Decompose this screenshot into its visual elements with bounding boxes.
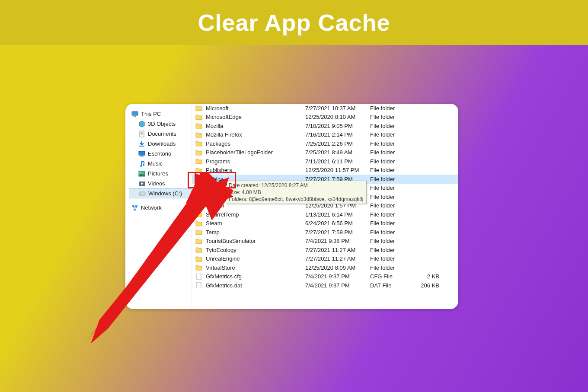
sidebar-item-this-pc[interactable]: This PC	[129, 109, 192, 119]
svg-rect-15	[132, 205, 134, 207]
desktop-icon	[138, 150, 145, 157]
file-row[interactable]: SquirrelTemp1/13/2021 6:14 PMFile folder	[192, 210, 458, 219]
sidebar-item-label: Music	[148, 160, 163, 167]
sidebar-item-3d-objects[interactable]: 3D Objects	[129, 119, 192, 129]
file-type: File folder	[370, 185, 413, 191]
sidebar-item-pictures[interactable]: Pictures	[129, 169, 192, 178]
file-type: File folder	[370, 202, 413, 209]
file-date: 7/25/2021 2:26 PM	[305, 140, 370, 147]
file-date: 12/25/2020 8:10 AM	[305, 114, 370, 120]
folder-icon	[195, 114, 202, 120]
file-type: File folder	[370, 158, 413, 165]
file-name: Publishers	[206, 167, 305, 173]
file-name: UnrealEngine	[206, 255, 305, 262]
file-name: PlaceholderTileLogoFolder	[206, 149, 305, 156]
file-icon	[195, 282, 202, 288]
folder-icon	[195, 150, 202, 156]
file-date: 7/27/2021 11:27 AM	[305, 255, 370, 262]
file-type: File folder	[370, 211, 413, 218]
file-type: File folder	[370, 105, 413, 112]
file-date: 7/4/2021 9:37 PM	[305, 273, 370, 280]
tooltip-line: Size: 4.00 MB	[229, 189, 364, 196]
file-row[interactable]: Mozilla7/10/2021 9:05 PMFile folder	[192, 121, 458, 131]
sidebar-item-network[interactable]: Network	[129, 203, 192, 213]
file-name: GfxMetrics.cfg	[206, 273, 305, 280]
sidebar-item-documents[interactable]: Documents	[129, 129, 192, 139]
network-icon	[131, 204, 138, 211]
pc-icon	[131, 111, 138, 118]
sidebar-item-downloads[interactable]: Downloads	[129, 139, 192, 149]
file-row[interactable]: TouristBusSimulator7/4/2021 9:38 PMFile …	[192, 237, 458, 246]
nav-sidebar: This PC3D ObjectsDocumentsDownloadsEscri…	[125, 104, 192, 309]
file-row[interactable]: Packages7/25/2021 2:26 PMFile folder	[192, 139, 458, 148]
sidebar-item-escritorio[interactable]: Escritorio	[129, 149, 192, 159]
folder-icon	[195, 132, 202, 138]
folder-icon	[195, 123, 202, 129]
folder-icon	[195, 256, 202, 262]
file-type: DAT File	[370, 282, 413, 289]
file-row[interactable]: Publishers12/25/2020 11:57 PMFile folder	[192, 166, 458, 175]
file-type: File folder	[370, 255, 413, 262]
file-date: 7/27/2021 11:27 AM	[305, 247, 370, 253]
file-type: File folder	[370, 149, 413, 156]
file-type: File folder	[370, 176, 413, 182]
folder-icon	[195, 194, 202, 200]
file-date: 6/24/2021 6:56 PM	[305, 220, 370, 226]
file-name: TytoEcology	[206, 247, 305, 253]
svg-rect-7	[139, 151, 145, 155]
file-row[interactable]: Programs7/11/2021 6:11 PMFile folder	[192, 157, 458, 166]
file-row[interactable]: VirtualStore12/25/2020 8:09 AMFile folde…	[192, 263, 458, 272]
file-date: 7/4/2021 9:37 PM	[305, 282, 370, 289]
file-row[interactable]: GfxMetrics.dat7/4/2021 9:37 PMDAT File20…	[192, 281, 458, 290]
file-name: TouristBusSimulator	[206, 238, 305, 244]
file-row[interactable]: Mozilla Firefox7/16/2021 2:14 PMFile fol…	[192, 131, 458, 140]
sidebar-item-music[interactable]: Music	[129, 159, 192, 169]
svg-rect-1	[134, 116, 136, 117]
file-row[interactable]: UnrealEngine7/27/2021 11:27 AMFile folde…	[192, 255, 458, 264]
file-name: GfxMetrics.dat	[206, 282, 305, 289]
file-date: 7/11/2021 6:11 PM	[305, 158, 370, 165]
file-row[interactable]: Steam6/24/2021 6:56 PMFile folder	[192, 219, 458, 228]
sidebar-item-windows-c-[interactable]: Windows (C:)	[129, 188, 192, 198]
file-row[interactable]: Temp7/27/2021 7:59 PMFile folder	[192, 228, 458, 237]
file-name: Mozilla	[206, 123, 305, 129]
file-date: 1/13/2021 6:14 PM	[305, 211, 370, 218]
folder-icon	[195, 211, 202, 217]
svg-rect-14	[140, 194, 141, 194]
file-type: CFG File	[370, 273, 413, 280]
file-date: 12/25/2020 11:57 PM	[305, 167, 370, 173]
file-name: Microsoft	[206, 105, 305, 112]
file-size: 2 KB	[413, 273, 439, 280]
disk-icon	[139, 190, 146, 197]
file-name: Programs	[206, 158, 305, 165]
file-row[interactable]: GfxMetrics.cfg7/4/2021 9:37 PMCFG File2 …	[192, 272, 458, 281]
sidebar-item-videos[interactable]: Videos	[129, 178, 192, 188]
tooltip-line: Folders: 8j3eq9eme6ctt, 8wekyb3d8bbwe, k…	[229, 196, 364, 203]
file-row[interactable]: MicrosoftEdge12/25/2020 8:10 AMFile fold…	[192, 113, 458, 122]
tooltip-line: Date created: 12/25/2020 8:27 AM	[229, 182, 364, 189]
doc-icon	[138, 131, 145, 137]
file-row[interactable]: TytoEcology7/27/2021 11:27 AMFile folder	[192, 245, 458, 255]
folder-icon	[195, 176, 202, 182]
videos-icon	[138, 180, 145, 187]
file-list: Microsoft7/27/2021 10:37 AMFile folderMi…	[192, 104, 458, 309]
sidebar-item-label: 3D Objects	[148, 121, 176, 127]
sidebar-item-label: Downloads	[148, 140, 176, 147]
file-type: File folder	[370, 238, 413, 244]
page-title: Clear App Cache	[198, 9, 390, 36]
file-row[interactable]: PlaceholderTileLogoFolder7/25/2021 8:49 …	[192, 148, 458, 157]
file-name: SquirrelTemp	[206, 211, 305, 218]
sidebar-item-label: Pictures	[148, 170, 168, 177]
svg-rect-16	[135, 205, 137, 207]
file-type: File folder	[370, 265, 413, 271]
file-row[interactable]: Microsoft7/27/2021 10:37 AMFile folder	[192, 104, 458, 113]
file-type: File folder	[370, 131, 413, 138]
folder-icon	[195, 203, 202, 209]
file-type: File folder	[370, 247, 413, 253]
3d-icon	[138, 121, 145, 127]
pictures-icon	[138, 170, 145, 177]
file-icon	[195, 274, 202, 280]
sidebar-item-label: This PC	[141, 111, 161, 117]
explorer-window: This PC3D ObjectsDocumentsDownloadsEscri…	[125, 104, 458, 309]
folder-icon	[195, 247, 202, 253]
